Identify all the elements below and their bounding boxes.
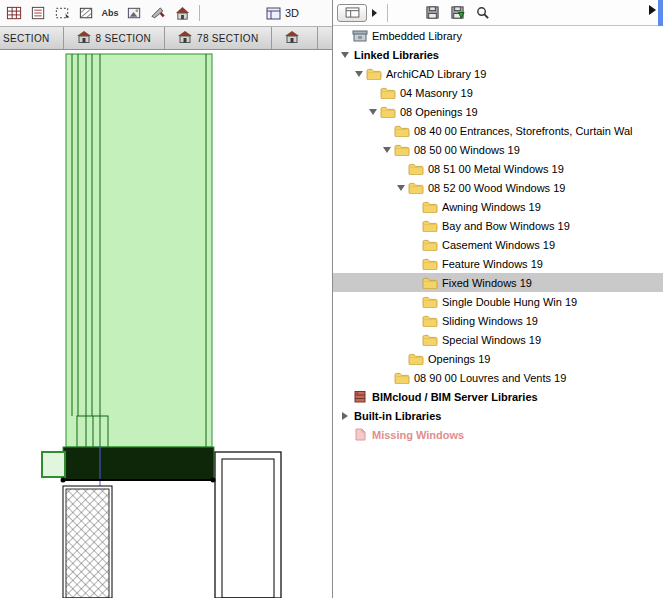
folder-icon — [394, 143, 412, 156]
folder-icon — [422, 219, 440, 232]
tree-row-label: Bay and Bow Windows 19 — [440, 220, 570, 232]
disclosure-open-icon[interactable] — [338, 52, 352, 58]
tree-row-casement-windows-19[interactable]: Casement Windows 19 — [333, 235, 663, 254]
section-marker-icon — [77, 31, 91, 45]
folder-icon — [394, 371, 412, 384]
tree-row-bay-and-bow-windows-19[interactable]: Bay and Bow Windows 19 — [333, 216, 663, 235]
elevation-tool-icon[interactable] — [171, 3, 193, 23]
folder-icon — [394, 124, 412, 137]
fill-icon[interactable] — [75, 3, 97, 23]
toolbar-overflow-arrow-icon[interactable] — [649, 5, 656, 15]
disclosure-open-icon[interactable] — [394, 185, 408, 191]
selection-handle — [61, 478, 66, 483]
tree-row-label: 08 50 00 Windows 19 — [412, 144, 520, 156]
tree-row-label: Linked Libraries — [352, 49, 439, 61]
tree-row-special-windows-19[interactable]: Special Windows 19 — [333, 330, 663, 349]
dimension-abs-icon[interactable]: Abs — [99, 3, 121, 23]
view-3d-button[interactable]: 3D — [266, 7, 299, 20]
tab-section[interactable]: SECTION — [0, 27, 64, 49]
tree-row-label: BIMcloud / BIM Server Libraries — [370, 391, 538, 403]
tree-row-awning-windows-19[interactable]: Awning Windows 19 — [333, 197, 663, 216]
disclosure-open-icon[interactable] — [366, 109, 380, 115]
tab-partial[interactable] — [272, 27, 318, 49]
embedded-icon — [352, 29, 370, 42]
main-toolbar: Abs3D — [0, 0, 332, 26]
tree-row-label: Missing Windows — [370, 429, 464, 441]
tree-row-archicad-library-19[interactable]: ArchiCAD Library 19 — [333, 64, 663, 83]
marquee-icon[interactable] — [51, 3, 73, 23]
tree-row-08-51-00-metal-windows-19[interactable]: 08 51 00 Metal Windows 19 — [333, 159, 663, 178]
folder-icon — [422, 200, 440, 213]
tree-row-bimcloud-bim-server-libraries[interactable]: BIMcloud / BIM Server Libraries — [333, 387, 663, 406]
tree-row-08-52-00-wood-windows-19[interactable]: 08 52 00 Wood Windows 19 — [333, 178, 663, 197]
tree-row-embedded-library[interactable]: Embedded Library — [333, 26, 663, 45]
tree-row-08-40-00-entrances-storefronts-curtain-wal[interactable]: 08 40 00 Entrances, Storefronts, Curtain… — [333, 121, 663, 140]
tree-row-sliding-windows-19[interactable]: Sliding Windows 19 — [333, 311, 663, 330]
tree-row-08-90-00-louvres-and-vents-19[interactable]: 08 90 00 Louvres and Vents 19 — [333, 368, 663, 387]
section-marker-icon — [285, 31, 299, 45]
section-marker-icon — [178, 31, 192, 45]
save-icon[interactable] — [421, 3, 443, 23]
tree-row-label: Feature Windows 19 — [440, 258, 543, 270]
tree-row-08-50-00-windows-19[interactable]: 08 50 00 Windows 19 — [333, 140, 663, 159]
section-canvas[interactable] — [0, 50, 332, 598]
tree-row-openings-19[interactable]: Openings 19 — [333, 349, 663, 368]
viewpoint-tabbar: SECTION8 SECTION78 SECTION — [0, 26, 332, 50]
tab-label: SECTION — [3, 33, 50, 44]
library-tree: Embedded LibraryLinked LibrariesArchiCAD… — [333, 26, 663, 598]
tree-row-label: 08 40 00 Entrances, Storefronts, Curtain… — [412, 125, 632, 137]
save-as-icon[interactable] — [446, 3, 468, 23]
disclosure-closed-icon[interactable] — [338, 412, 352, 420]
folder-icon — [408, 181, 426, 194]
tab-8-section[interactable]: 8 SECTION — [64, 27, 166, 49]
folder-icon — [422, 276, 440, 289]
panel-edge-highlight — [658, 0, 663, 26]
view-options-menu-arrow[interactable] — [372, 9, 377, 17]
tree-row-feature-windows-19[interactable]: Feature Windows 19 — [333, 254, 663, 273]
archicad-window: Abs3D SECTION8 SECTION78 SECTION — [0, 0, 663, 598]
tree-row-08-openings-19[interactable]: 08 Openings 19 — [333, 102, 663, 121]
folder-icon — [366, 67, 384, 80]
tree-row-label: Special Windows 19 — [440, 334, 541, 346]
section-drawing — [0, 50, 332, 598]
drawing-side: Abs3D SECTION8 SECTION78 SECTION — [0, 0, 332, 598]
tree-row-label: ArchiCAD Library 19 — [384, 68, 486, 80]
tree-row-label: Casement Windows 19 — [440, 239, 555, 251]
view-options-button[interactable] — [337, 4, 367, 22]
tree-row-label: Built-in Libraries — [352, 410, 441, 422]
tree-row-label: Awning Windows 19 — [440, 201, 541, 213]
toolbar-divider — [387, 4, 388, 22]
folder-icon — [422, 333, 440, 346]
disclosure-open-icon[interactable] — [352, 71, 366, 77]
folder-icon — [408, 352, 426, 365]
selected-window-element — [42, 54, 214, 487]
folder-icon — [380, 105, 398, 118]
missing-icon — [352, 428, 370, 441]
split-knife-icon[interactable] — [147, 3, 169, 23]
tab-78-section[interactable]: 78 SECTION — [165, 27, 272, 49]
tree-row-single-double-hung-win-19[interactable]: Single Double Hung Win 19 — [333, 292, 663, 311]
tree-row-fixed-windows-19[interactable]: Fixed Windows 19 — [333, 273, 663, 292]
tree-row-linked-libraries[interactable]: Linked Libraries — [333, 45, 663, 64]
tree-row-built-in-libraries[interactable]: Built-in Libraries — [333, 406, 663, 425]
folder-icon — [422, 238, 440, 251]
disclosure-open-icon[interactable] — [380, 147, 394, 153]
view-3d-label: 3D — [285, 7, 299, 19]
toolbar-divider — [199, 5, 200, 21]
folder-icon — [422, 257, 440, 270]
schedule-icon[interactable] — [3, 3, 25, 23]
search-icon[interactable] — [471, 3, 493, 23]
folder-icon — [408, 162, 426, 175]
server-icon — [352, 390, 370, 403]
folder-icon — [380, 86, 398, 99]
tree-row-missing-windows[interactable]: Missing Windows — [333, 425, 663, 444]
folder-icon — [422, 314, 440, 327]
folder-icon — [422, 295, 440, 308]
project-index-icon[interactable] — [27, 3, 49, 23]
tree-row-label: 08 90 00 Louvres and Vents 19 — [412, 372, 566, 384]
tree-row-label: Single Double Hung Win 19 — [440, 296, 577, 308]
figure-icon[interactable] — [123, 3, 145, 23]
abs-label: Abs — [101, 8, 118, 18]
tree-row-04-masonry-19[interactable]: 04 Masonry 19 — [333, 83, 663, 102]
library-panel-toolbar — [333, 0, 663, 26]
